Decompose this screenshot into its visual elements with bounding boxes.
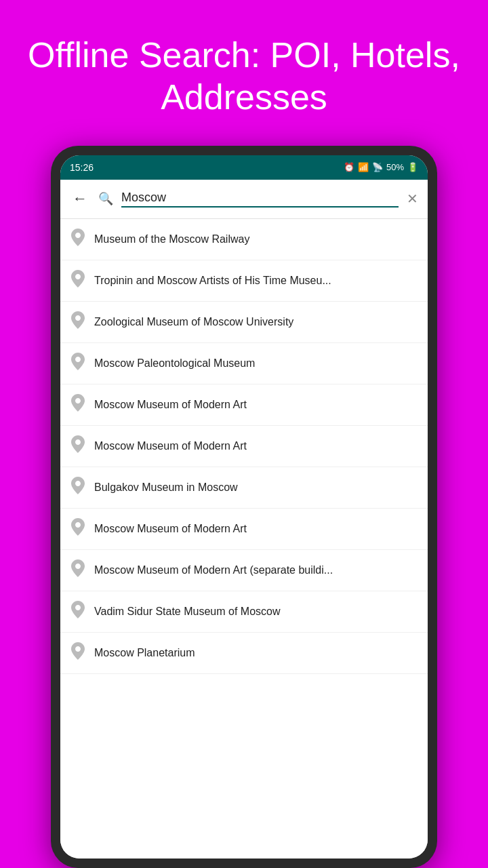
phone-screen: 15:26 ⏰ 📶 📡 50% 🔋 ← 🔍 ✕ Museum of the Mo… bbox=[60, 155, 428, 859]
list-item[interactable]: Moscow Museum of Modern Art bbox=[60, 426, 428, 467]
signal-icon: 📡 bbox=[372, 162, 383, 172]
list-item[interactable]: Museum of the Moscow Railway bbox=[60, 219, 428, 260]
alarm-icon: ⏰ bbox=[344, 162, 354, 172]
results-list: Museum of the Moscow Railway Tropinin an… bbox=[60, 219, 428, 859]
clear-button[interactable]: ✕ bbox=[407, 191, 418, 207]
header-title: Offline Search: POI, Hotels, Addresses bbox=[28, 35, 460, 117]
search-input[interactable] bbox=[121, 191, 399, 208]
list-item[interactable]: Bulgakov Museum in Moscow bbox=[60, 467, 428, 509]
pin-icon bbox=[71, 642, 85, 664]
result-name: Museum of the Moscow Railway bbox=[94, 233, 417, 245]
status-bar: 15:26 ⏰ 📶 📡 50% 🔋 bbox=[60, 155, 428, 180]
pin-icon bbox=[71, 311, 85, 333]
pin-icon bbox=[71, 394, 85, 416]
list-item[interactable]: Moscow Paleontological Museum bbox=[60, 343, 428, 384]
pin-icon bbox=[71, 270, 85, 292]
result-name: Moscow Museum of Modern Art bbox=[94, 399, 417, 411]
pin-icon bbox=[71, 353, 85, 374]
list-item[interactable]: Moscow Museum of Modern Art bbox=[60, 509, 428, 550]
pin-icon bbox=[71, 477, 85, 498]
header-section: Offline Search: POI, Hotels, Addresses bbox=[0, 0, 488, 146]
phone-wrapper: 15:26 ⏰ 📶 📡 50% 🔋 ← 🔍 ✕ Museum of the Mo… bbox=[51, 146, 437, 868]
pin-icon bbox=[71, 601, 85, 623]
list-item[interactable]: Vadim Sidur State Museum of Moscow bbox=[60, 591, 428, 633]
status-time: 15:26 bbox=[70, 162, 94, 173]
pin-icon bbox=[71, 559, 85, 581]
pin-icon bbox=[71, 518, 85, 540]
list-item[interactable]: Moscow Museum of Modern Art bbox=[60, 384, 428, 426]
result-name: Moscow Museum of Modern Art bbox=[94, 523, 417, 535]
list-item[interactable]: Moscow Museum of Modern Art (separate bu… bbox=[60, 550, 428, 591]
search-icon: 🔍 bbox=[98, 191, 113, 206]
result-name: Vadim Sidur State Museum of Moscow bbox=[94, 606, 417, 618]
status-icons-group: ⏰ 📶 📡 50% 🔋 bbox=[344, 162, 418, 172]
result-name: Zoological Museum of Moscow University bbox=[94, 316, 417, 328]
back-button[interactable]: ← bbox=[70, 187, 90, 210]
battery-icon: 🔋 bbox=[407, 162, 418, 172]
list-item[interactable]: Tropinin and Moscow Artists of His Time … bbox=[60, 260, 428, 302]
list-item[interactable]: Moscow Planetarium bbox=[60, 633, 428, 674]
pin-icon bbox=[71, 229, 85, 250]
wifi-icon: 📶 bbox=[358, 162, 369, 172]
pin-icon bbox=[71, 435, 85, 457]
result-name: Moscow Paleontological Museum bbox=[94, 357, 417, 370]
result-name: Tropinin and Moscow Artists of His Time … bbox=[94, 275, 417, 287]
result-name: Moscow Planetarium bbox=[94, 647, 417, 659]
result-name: Moscow Museum of Modern Art bbox=[94, 440, 417, 452]
search-bar: ← 🔍 ✕ bbox=[60, 180, 428, 219]
result-name: Moscow Museum of Modern Art (separate bu… bbox=[94, 564, 417, 576]
result-name: Bulgakov Museum in Moscow bbox=[94, 481, 417, 494]
list-item[interactable]: Zoological Museum of Moscow University bbox=[60, 302, 428, 343]
battery-text: 50% bbox=[386, 162, 404, 172]
